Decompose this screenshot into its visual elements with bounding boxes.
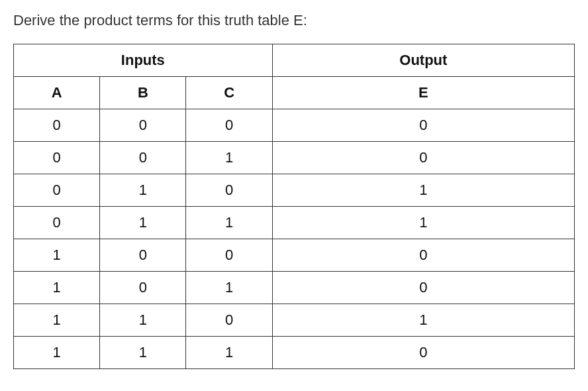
cell-e: 0 (272, 337, 574, 369)
table-row: 1 1 0 1 (14, 304, 575, 337)
truth-table: Inputs Output A B C E 0 0 0 0 0 0 1 0 0 … (13, 44, 575, 369)
cell-e: 0 (272, 109, 574, 142)
table-row: 0 1 0 1 (14, 174, 575, 207)
table-row: 0 1 1 1 (14, 207, 575, 239)
cell-b: 0 (100, 142, 186, 174)
table-row: 0 0 0 0 (14, 109, 575, 142)
table-row: 1 0 0 0 (14, 239, 575, 272)
cell-b: 1 (100, 174, 186, 207)
cell-b: 0 (100, 272, 186, 304)
cell-a: 0 (14, 174, 100, 207)
cell-c: 0 (186, 174, 272, 207)
cell-b: 1 (100, 337, 186, 369)
cell-e: 0 (272, 239, 574, 272)
inputs-group-header: Inputs (14, 44, 273, 77)
col-header-b: B (100, 77, 186, 109)
table-row: 1 0 1 0 (14, 272, 575, 304)
cell-e: 1 (272, 207, 574, 239)
cell-a: 0 (14, 109, 100, 142)
cell-c: 0 (186, 109, 272, 142)
cell-a: 1 (14, 272, 100, 304)
output-group-header: Output (272, 44, 574, 77)
cell-e: 1 (272, 174, 574, 207)
cell-a: 1 (14, 337, 100, 369)
cell-e: 0 (272, 272, 574, 304)
cell-c: 1 (186, 272, 272, 304)
cell-c: 1 (186, 142, 272, 174)
cell-a: 1 (14, 304, 100, 337)
cell-c: 0 (186, 239, 272, 272)
cell-c: 1 (186, 207, 272, 239)
question-prompt: Derive the product terms for this truth … (13, 12, 575, 29)
cell-b: 0 (100, 109, 186, 142)
cell-c: 1 (186, 337, 272, 369)
cell-b: 0 (100, 239, 186, 272)
cell-e: 1 (272, 304, 574, 337)
table-row: 1 1 1 0 (14, 337, 575, 369)
column-header-row: A B C E (14, 77, 575, 109)
col-header-e: E (272, 77, 574, 109)
cell-a: 0 (14, 207, 100, 239)
group-header-row: Inputs Output (14, 44, 575, 77)
cell-c: 0 (186, 304, 272, 337)
cell-b: 1 (100, 304, 186, 337)
table-row: 0 0 1 0 (14, 142, 575, 174)
cell-b: 1 (100, 207, 186, 239)
col-header-a: A (14, 77, 100, 109)
cell-a: 0 (14, 142, 100, 174)
cell-a: 1 (14, 239, 100, 272)
col-header-c: C (186, 77, 272, 109)
cell-e: 0 (272, 142, 574, 174)
